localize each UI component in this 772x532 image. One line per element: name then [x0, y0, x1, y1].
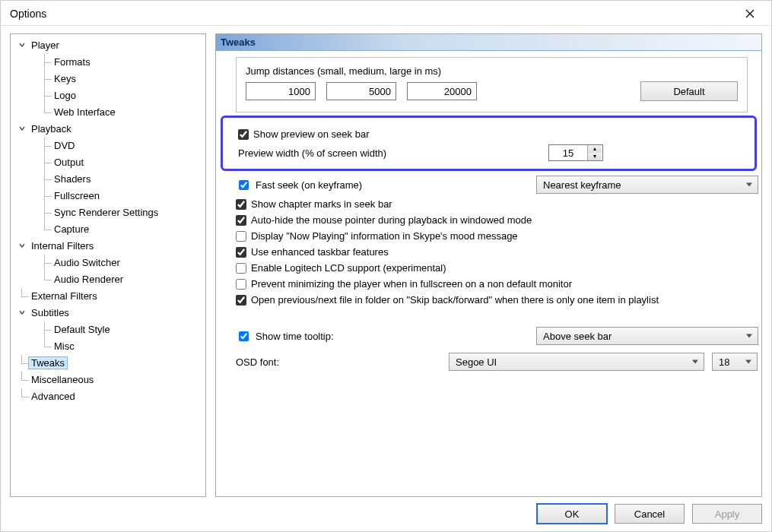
tree-player[interactable]: Player: [29, 40, 62, 51]
fast-seek-label: Fast seek (on keyframe): [256, 179, 362, 191]
tree-web-interface[interactable]: Web Interface: [52, 106, 118, 118]
nav-tree[interactable]: Player Formats Keys Logo Web Interface P…: [10, 33, 206, 497]
caret-icon[interactable]: [17, 307, 27, 318]
fast-seek-checkbox[interactable]: [239, 180, 249, 190]
time-tooltip-checkbox[interactable]: [239, 331, 249, 341]
osd-font-label: OSD font:: [236, 356, 279, 368]
ok-button[interactable]: OK: [537, 504, 607, 524]
tree-logo[interactable]: Logo: [52, 90, 78, 101]
tree-output[interactable]: Output: [52, 157, 86, 168]
autohide-mouse-label: Auto-hide the mouse pointer during playb…: [251, 214, 532, 226]
tree-audio-renderer[interactable]: Audio Renderer: [52, 274, 125, 285]
dialog-title: Options: [10, 8, 46, 20]
caret-icon[interactable]: [17, 40, 27, 50]
tree-playback[interactable]: Playback: [29, 123, 74, 135]
time-tooltip-label: Show time tooltip:: [256, 331, 334, 342]
time-tooltip-select[interactable]: Above seek bar: [536, 327, 758, 345]
jump-distances-group: Jump distances (small, medium, large in …: [236, 57, 748, 112]
jump-small-input[interactable]: [246, 82, 316, 100]
cancel-button[interactable]: Cancel: [615, 504, 685, 524]
skype-checkbox[interactable]: [236, 231, 246, 242]
autohide-mouse-checkbox[interactable]: [236, 215, 246, 226]
show-preview-checkbox[interactable]: [238, 129, 249, 140]
preview-width-label: Preview width (% of screen width): [238, 147, 386, 159]
open-prev-next-label: Open previous/next file in folder on "Sk…: [251, 294, 659, 306]
caret-icon[interactable]: [17, 240, 27, 251]
skype-label: Display "Now Playing" information in Sky…: [251, 230, 518, 242]
osd-size-select[interactable]: 18: [712, 353, 758, 371]
osd-font-select[interactable]: Segoe UI: [449, 353, 704, 371]
caret-icon[interactable]: [17, 123, 27, 134]
seek-preview-highlight: Show preview on seek bar Preview width (…: [221, 116, 757, 171]
taskbar-checkbox[interactable]: [236, 247, 246, 258]
tree-external-filters[interactable]: External Filters: [29, 290, 100, 302]
tree-subtitles[interactable]: Subtitles: [29, 307, 71, 318]
tree-capture[interactable]: Capture: [52, 223, 91, 235]
tree-keys[interactable]: Keys: [52, 73, 78, 84]
jump-medium-input[interactable]: [326, 82, 396, 100]
tree-internal-filters[interactable]: Internal Filters: [29, 240, 96, 252]
spinner-down-icon[interactable]: ▾: [588, 153, 602, 160]
tree-miscellaneous[interactable]: Miscellaneous: [29, 374, 96, 385]
logitech-checkbox[interactable]: [236, 263, 246, 274]
tree-fullscreen[interactable]: Fullscreen: [52, 190, 102, 201]
preview-width-input[interactable]: [549, 145, 587, 160]
spinner-up-icon[interactable]: ▴: [588, 145, 602, 153]
fast-seek-mode-select[interactable]: Nearest keyframe: [536, 176, 758, 194]
close-button[interactable]: [736, 5, 764, 22]
tree-shaders[interactable]: Shaders: [52, 173, 93, 185]
page-title: Tweaks: [216, 34, 761, 51]
tree-formats[interactable]: Formats: [52, 56, 93, 68]
open-prev-next-checkbox[interactable]: [236, 295, 246, 306]
chapter-marks-label: Show chapter marks in seek bar: [251, 198, 392, 210]
apply-button: Apply: [692, 504, 762, 524]
logitech-label: Enable Logitech LCD support (experimenta…: [251, 262, 446, 274]
tree-audio-switcher[interactable]: Audio Switcher: [52, 257, 122, 268]
default-button[interactable]: Default: [640, 81, 738, 101]
jump-large-input[interactable]: [407, 82, 477, 100]
tree-default-style[interactable]: Default Style: [52, 324, 113, 335]
tree-misc-sub[interactable]: Misc: [52, 340, 77, 352]
tree-tweaks[interactable]: Tweaks: [29, 357, 67, 369]
tree-advanced[interactable]: Advanced: [29, 391, 78, 402]
prevent-min-checkbox[interactable]: [236, 279, 246, 290]
prevent-min-label: Prevent minimizing the player when in fu…: [251, 278, 572, 290]
preview-width-spinner[interactable]: ▴ ▾: [548, 144, 603, 161]
show-preview-label: Show preview on seek bar: [253, 128, 369, 140]
chapter-marks-checkbox[interactable]: [236, 199, 246, 210]
jump-label: Jump distances (small, medium, large in …: [246, 65, 738, 77]
taskbar-label: Use enhanced taskbar features: [251, 246, 389, 258]
tree-dvd[interactable]: DVD: [52, 140, 77, 151]
tree-sync-renderer[interactable]: Sync Renderer Settings: [52, 207, 160, 218]
